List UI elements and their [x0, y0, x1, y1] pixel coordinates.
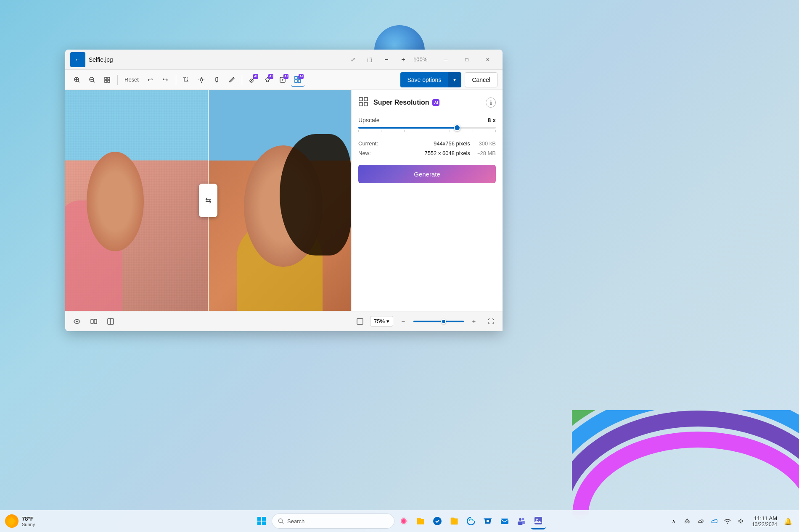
system-clock[interactable]: 11:11 AM 10/22/2024 — [749, 515, 780, 527]
taskbar-edge-app[interactable] — [463, 513, 479, 529]
zoom-in-btn[interactable] — [70, 73, 84, 87]
toolbar: Reset ↩ ↪ AI AI — [65, 70, 503, 90]
brightness-btn[interactable] — [195, 73, 208, 87]
zoom-in-bottom-btn[interactable]: + — [467, 315, 481, 328]
background-ai-btn[interactable]: AI — [276, 73, 289, 87]
marker-btn[interactable] — [210, 73, 223, 87]
svg-rect-28 — [295, 76, 297, 79]
reset-btn[interactable]: Reset — [121, 73, 142, 87]
svg-rect-17 — [105, 80, 107, 82]
taskbar-photos-app[interactable] — [396, 513, 411, 529]
close-button[interactable]: ✕ — [478, 53, 497, 66]
comparison-divider-handle[interactable]: ⇆ — [199, 184, 217, 217]
start-button[interactable] — [253, 513, 270, 529]
cancel-button[interactable]: Cancel — [465, 72, 497, 87]
fullscreen-bottom-btn[interactable]: ⛶ — [484, 315, 497, 328]
svg-line-13 — [93, 81, 95, 82]
network-icon[interactable] — [681, 513, 693, 529]
taskbar-files-app[interactable] — [413, 513, 428, 529]
zoom-in-top-btn[interactable]: + — [397, 53, 410, 66]
pencil-btn[interactable] — [225, 73, 238, 87]
zoom-out-bottom-btn[interactable]: − — [397, 315, 410, 328]
svg-rect-44 — [257, 517, 261, 521]
taskbar-teams-app[interactable] — [514, 513, 529, 529]
undo-btn[interactable]: ↩ — [144, 73, 157, 87]
super-resolution-ai-btn[interactable]: AI — [291, 73, 304, 87]
info-button[interactable]: ℹ — [486, 97, 496, 108]
rainbow-decoration — [572, 305, 799, 515]
tray-expand-icon[interactable]: ∧ — [668, 513, 680, 529]
svg-rect-55 — [501, 519, 508, 524]
search-bar[interactable]: Search — [272, 514, 394, 529]
svg-rect-32 — [364, 103, 368, 106]
tick-7 — [495, 130, 496, 132]
sep1 — [117, 75, 118, 85]
zoom-out-btn[interactable] — [85, 73, 99, 87]
onedrive-icon[interactable] — [708, 513, 720, 529]
upscale-slider-track[interactable] — [358, 127, 496, 129]
taskbar-mail-app[interactable] — [497, 513, 512, 529]
save-options-dropdown[interactable]: ▾ — [448, 72, 461, 87]
upscale-label: Upscale — [358, 117, 380, 124]
svg-rect-34 — [91, 319, 93, 324]
upscale-slider-thumb[interactable] — [454, 124, 460, 131]
taskbar-center: Search — [253, 513, 546, 529]
fit-frame-btn[interactable] — [101, 73, 114, 87]
save-options-button[interactable]: Save options — [400, 72, 448, 87]
split-view-btn[interactable] — [104, 315, 117, 328]
window-controls: ─ □ ✕ — [436, 53, 497, 66]
action-bar: Save options ▾ Cancel — [400, 72, 497, 87]
svg-rect-30 — [364, 97, 368, 101]
taskbar-explorer-app[interactable] — [447, 513, 462, 529]
wifi-icon[interactable] — [722, 513, 733, 529]
cloud-icon[interactable] — [695, 513, 706, 529]
new-pixels: 7552 x 6048 pixels — [424, 150, 470, 156]
frame-top-btn[interactable]: ⬚ — [363, 53, 376, 66]
taskbar-photos-active-app[interactable] — [531, 513, 546, 529]
svg-point-19 — [200, 79, 203, 81]
zoom-select[interactable]: 75% ▾ — [370, 316, 393, 327]
taskbar-store-app[interactable] — [480, 513, 495, 529]
upscale-slider-fill — [358, 127, 457, 129]
svg-point-53 — [433, 517, 442, 525]
image-canvas[interactable]: ⇆ — [65, 90, 351, 311]
zoom-out-top-btn[interactable]: − — [380, 53, 393, 66]
upscale-slider-container — [358, 127, 496, 132]
fullscreen-top-btn[interactable]: ⤢ — [346, 53, 360, 66]
compare-btn[interactable] — [87, 315, 101, 328]
enhance-ai-btn[interactable]: AI — [261, 73, 274, 87]
generate-button[interactable]: Generate — [358, 165, 496, 183]
ai-badge: AI — [432, 99, 439, 106]
crop-btn[interactable] — [180, 73, 193, 87]
svg-rect-25 — [216, 82, 217, 82]
svg-rect-47 — [262, 521, 266, 525]
taskbar-copilot-app[interactable] — [430, 513, 445, 529]
erase-ai-btn[interactable]: AI — [246, 73, 259, 87]
image-left-half — [65, 90, 208, 311]
window-title: Selfie.jpg — [89, 56, 346, 63]
zoom-slider-thumb[interactable] — [441, 319, 446, 324]
svg-point-62 — [727, 523, 728, 524]
taskbar-weather[interactable]: 78°F Sunny — [5, 514, 81, 528]
maximize-button[interactable]: □ — [457, 53, 476, 66]
redo-btn[interactable]: ↪ — [159, 73, 172, 87]
svg-rect-31 — [359, 103, 362, 106]
weather-description: Sunny — [22, 522, 35, 527]
svg-rect-15 — [105, 77, 107, 79]
svg-rect-54 — [487, 520, 489, 522]
search-icon — [278, 518, 284, 524]
back-button[interactable]: ← — [70, 52, 85, 67]
thumbnail-btn[interactable] — [353, 315, 367, 328]
eye-btn[interactable] — [70, 315, 84, 328]
panel-header: Super Resolution AI ℹ — [358, 97, 496, 108]
minimize-button[interactable]: ─ — [436, 53, 455, 66]
sep2 — [176, 75, 176, 85]
upscale-value: 8 x — [488, 117, 496, 124]
volume-icon[interactable] — [735, 513, 747, 529]
svg-point-48 — [279, 519, 283, 523]
svg-rect-38 — [357, 319, 363, 324]
notification-bell[interactable]: 🔔 — [782, 513, 794, 529]
right-panel: Super Resolution AI ℹ Upscale 8 x — [351, 90, 503, 311]
bottom-bar: 75% ▾ − + ⛶ — [65, 311, 503, 331]
zoom-percent-display: 100% — [413, 56, 429, 63]
